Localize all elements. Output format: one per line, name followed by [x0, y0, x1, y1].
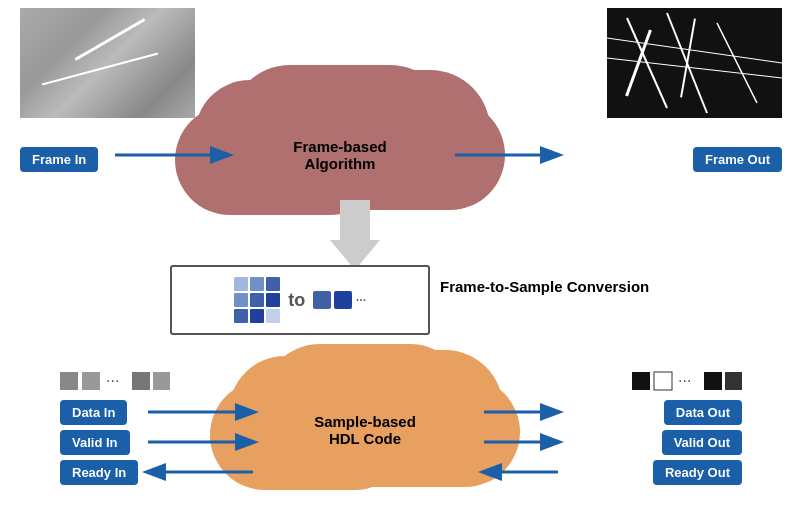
conv-samples: ···: [313, 291, 365, 309]
conv-grid: [234, 277, 280, 323]
svg-rect-13: [704, 372, 722, 390]
big-arrow-down: [330, 200, 380, 270]
data-out-button[interactable]: Data Out: [664, 400, 742, 425]
conv-arrow-icon: to: [288, 290, 305, 311]
svg-text:···: ···: [678, 372, 691, 389]
cloud-bottom-label: Sample-basedHDL Code: [314, 413, 416, 447]
valid-out-button[interactable]: Valid Out: [662, 430, 742, 455]
svg-rect-11: [654, 372, 672, 390]
svg-line-3: [607, 58, 782, 78]
ready-out-button[interactable]: Ready Out: [653, 460, 742, 485]
cloud-hdl-code: Sample-basedHDL Code: [255, 365, 475, 495]
svg-text:···: ···: [106, 372, 119, 389]
svg-rect-14: [725, 372, 742, 390]
cloud-top-label: Frame-basedAlgorithm: [293, 138, 386, 172]
svg-rect-8: [132, 372, 150, 390]
conversion-box: to ···: [170, 265, 430, 335]
svg-line-4: [607, 38, 782, 63]
ready-in-button[interactable]: Ready In: [60, 460, 138, 485]
svg-rect-9: [153, 372, 170, 390]
pixel-strip-right: ···: [632, 370, 742, 392]
data-in-button[interactable]: Data In: [60, 400, 127, 425]
diagram: Frame-basedAlgorithm Frame In Frame Out …: [0, 0, 802, 523]
svg-rect-5: [60, 372, 78, 390]
frame-out-button[interactable]: Frame Out: [693, 147, 782, 172]
svg-rect-10: [632, 372, 650, 390]
pixel-strip-left: ···: [60, 370, 170, 392]
conversion-label: Frame-to-Sample Conversion: [440, 278, 649, 295]
svg-rect-6: [82, 372, 100, 390]
image-right: [607, 8, 782, 118]
valid-in-button[interactable]: Valid In: [60, 430, 130, 455]
frame-in-button[interactable]: Frame In: [20, 147, 98, 172]
svg-line-1: [667, 13, 707, 113]
svg-line-2: [717, 23, 757, 103]
image-left: [20, 8, 195, 118]
